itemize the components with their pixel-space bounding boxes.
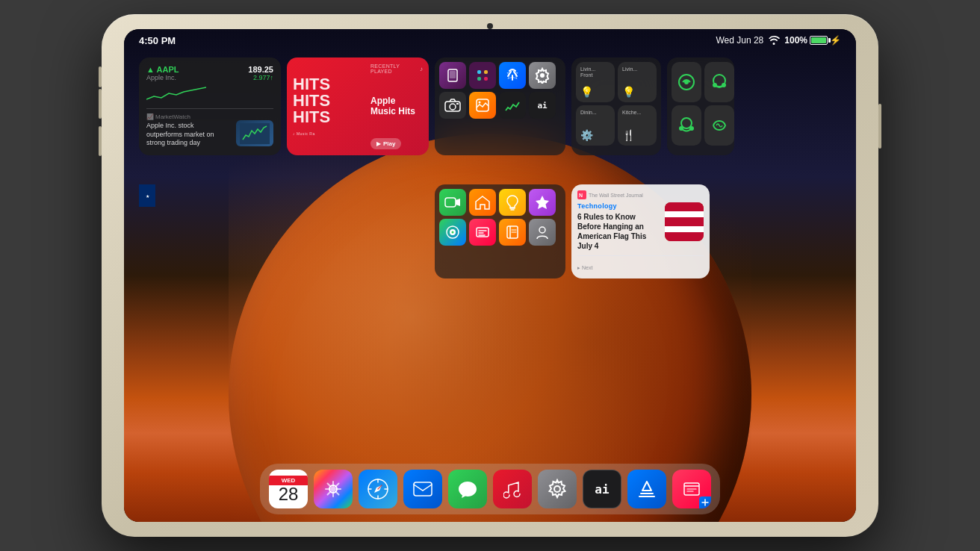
acc-item-1[interactable] bbox=[672, 62, 701, 102]
stock-news: 📈 MarketWatch Apple Inc. stock outperfor… bbox=[146, 108, 273, 148]
svg-rect-3 bbox=[450, 71, 456, 78]
news-widget[interactable]: N The Wall Street Journal Technology 6 R… bbox=[571, 184, 710, 278]
svg-rect-7 bbox=[484, 77, 488, 81]
home-room-name-4: Kitche... bbox=[622, 110, 652, 116]
power-button[interactable] bbox=[878, 104, 881, 149]
app-grid-widget-2 bbox=[435, 184, 565, 278]
dock-messages[interactable] bbox=[448, 470, 487, 508]
dock-mail[interactable] bbox=[403, 470, 442, 508]
news-text: Technology 6 Rules to Know Before Hangin… bbox=[577, 202, 660, 251]
app-settings[interactable] bbox=[529, 62, 556, 89]
stocks-widget[interactable]: ▲ AAPL Apple Inc. 189.25 2.977↑ bbox=[139, 57, 281, 155]
play-label: Play bbox=[383, 140, 395, 147]
app-bezel[interactable] bbox=[439, 62, 466, 89]
svg-point-25 bbox=[452, 231, 454, 234]
ipad-device: 4:50 PM Wed Jun 28 100% ⚡ bbox=[102, 14, 878, 537]
dock-ai-label: ai bbox=[595, 482, 609, 496]
dock: WED 28 bbox=[260, 464, 720, 514]
mute-button[interactable] bbox=[99, 66, 102, 87]
svg-rect-22 bbox=[445, 198, 456, 207]
dock-photos[interactable] bbox=[314, 470, 353, 508]
dock-settings[interactable] bbox=[538, 470, 577, 508]
acc-grid bbox=[672, 62, 730, 146]
stock-news-image bbox=[236, 120, 273, 146]
svg-point-13 bbox=[479, 102, 481, 104]
svg-rect-4 bbox=[477, 70, 481, 74]
play-button[interactable]: ▶ Play bbox=[370, 138, 401, 149]
app-photos-edit[interactable] bbox=[469, 92, 496, 119]
status-bar: 4:50 PM Wed Jun 28 100% ⚡ bbox=[124, 29, 856, 52]
acc-item-2[interactable] bbox=[704, 62, 734, 102]
svg-point-28 bbox=[539, 227, 545, 233]
app-books[interactable] bbox=[499, 219, 526, 246]
app-home[interactable] bbox=[469, 189, 496, 216]
app-news[interactable] bbox=[469, 219, 496, 246]
svg-rect-33 bbox=[414, 482, 432, 496]
stock-left: ▲ AAPL Apple Inc. bbox=[146, 65, 179, 81]
hits-text-2: HITS bbox=[293, 93, 368, 109]
news-next-row: ▸ Next bbox=[577, 255, 704, 273]
front-camera bbox=[487, 23, 493, 29]
app-row-1 bbox=[439, 62, 561, 89]
svg-point-8 bbox=[540, 73, 545, 78]
status-time: 4:50 PM bbox=[139, 35, 176, 46]
news-content: Technology 6 Rules to Know Before Hangin… bbox=[577, 202, 704, 251]
battery-fill bbox=[811, 37, 826, 43]
music-info: RECENTLY PLAYED ♪ Apple Music Hits ▶ Pla… bbox=[370, 63, 423, 149]
dock-ai[interactable]: ai bbox=[583, 470, 621, 508]
accessories-widget bbox=[667, 57, 734, 155]
svg-point-34 bbox=[554, 486, 560, 492]
svg-text:♪ Music Radio: ♪ Music Radio bbox=[293, 131, 315, 136]
home-room-3[interactable]: Dinin... ⚙️ bbox=[576, 105, 615, 146]
app-row-2: ai bbox=[439, 92, 561, 119]
acc-item-4[interactable] bbox=[704, 105, 734, 146]
music-station-name: Apple Music Hits bbox=[370, 96, 423, 117]
home-grid: Livin...Front 💡 Livin... 💡 Dinin... ⚙️ K… bbox=[576, 62, 657, 146]
stock-item: ▲ AAPL Apple Inc. 189.25 2.977↑ bbox=[146, 65, 273, 81]
dock-safari[interactable] bbox=[359, 470, 397, 508]
widgets-row-2: N The Wall Street Journal Technology 6 R… bbox=[139, 184, 841, 278]
home-room-icon-4: 🍴 bbox=[622, 129, 652, 141]
app-shortcuts[interactable] bbox=[529, 189, 556, 216]
widgets-row-1: ▲ AAPL Apple Inc. 189.25 2.977↑ bbox=[139, 57, 841, 155]
svg-rect-5 bbox=[477, 77, 481, 81]
music-widget[interactable]: HITS HITS HITS ♪ Music Radio RECENTLY PL… bbox=[287, 57, 429, 155]
home-room-icon-2: 💡 bbox=[622, 86, 652, 98]
recently-played: RECENTLY PLAYED ♪ bbox=[370, 63, 423, 74]
volume-down-button[interactable] bbox=[99, 126, 102, 156]
spacer-1 bbox=[139, 184, 281, 278]
home-widget[interactable]: Livin...Front 💡 Livin... 💡 Dinin... ⚙️ K… bbox=[571, 57, 661, 155]
dock-calendar[interactable]: WED 28 bbox=[269, 470, 308, 508]
app-row-3 bbox=[439, 189, 561, 216]
news-next-label: ▸ Next bbox=[577, 265, 592, 270]
recently-label: RECENTLY PLAYED bbox=[370, 63, 418, 74]
svg-rect-6 bbox=[484, 70, 488, 74]
acc-item-3[interactable] bbox=[672, 105, 701, 146]
music-hits-bg: HITS HITS HITS ♪ Music Radio bbox=[293, 63, 368, 149]
play-icon: ▶ bbox=[376, 140, 381, 147]
app-slack[interactable] bbox=[469, 62, 496, 89]
stock-news-content: Apple Inc. stock outperforms market on s… bbox=[146, 120, 273, 148]
svg-rect-11 bbox=[456, 103, 459, 105]
dock-appstore[interactable] bbox=[627, 470, 666, 508]
hits-text-1: HITS bbox=[293, 76, 368, 93]
volume-up-button[interactable] bbox=[99, 89, 102, 119]
app-facetime[interactable] bbox=[439, 189, 466, 216]
app-lights[interactable] bbox=[499, 189, 526, 216]
app-stocks-chart[interactable] bbox=[499, 92, 526, 119]
home-room-2[interactable]: Livin... 💡 bbox=[618, 62, 657, 102]
home-room-4[interactable]: Kitche... 🍴 bbox=[618, 105, 657, 146]
app-camera[interactable] bbox=[439, 92, 466, 119]
dock-music[interactable] bbox=[493, 470, 532, 508]
calendar-day-num: 28 bbox=[279, 485, 299, 503]
app-findmy[interactable] bbox=[439, 219, 466, 246]
app-ai[interactable]: ai bbox=[529, 92, 556, 119]
dock-news-plus[interactable] bbox=[672, 470, 711, 508]
app-contacts[interactable] bbox=[529, 219, 556, 246]
spacer-2 bbox=[287, 184, 429, 278]
svg-point-21 bbox=[689, 126, 694, 131]
home-room-1[interactable]: Livin...Front 💡 bbox=[576, 62, 615, 102]
news-source: The Wall Street Journal bbox=[589, 193, 643, 198]
app-appstore[interactable] bbox=[499, 62, 526, 89]
stock-ticker: ▲ AAPL bbox=[146, 65, 179, 74]
